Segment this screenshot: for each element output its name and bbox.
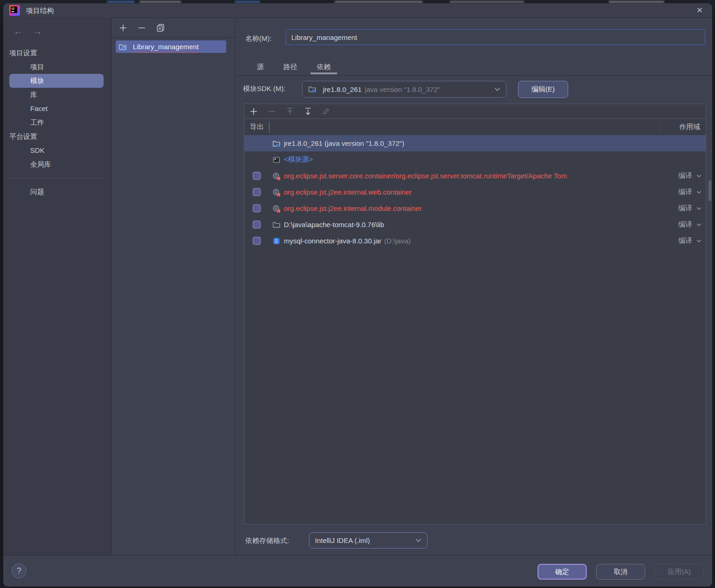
broken-library-icon [272, 188, 281, 196]
sdk-version: java version "1.8.0_372" [365, 85, 440, 93]
tab-sources[interactable]: 源 [257, 59, 264, 75]
tab-paths[interactable]: 路径 [283, 59, 297, 75]
scope-select[interactable]: 编译 [661, 171, 706, 180]
cancel-button[interactable]: 取消 [596, 564, 645, 580]
dependency-row-module-source[interactable]: <模块源> [244, 151, 706, 168]
scope-select[interactable]: 编译 [661, 188, 706, 196]
sidebar-list: 项目设置 项目 模块 库 Facet 工件 平台设置 SDK 全局库 问题 [3, 46, 111, 199]
sidebar-item-global-libraries[interactable]: 全局库 [3, 157, 111, 171]
modules-panel: Library_management [112, 19, 236, 555]
jdk-icon [308, 85, 316, 93]
sidebar-item-facets[interactable]: Facet [3, 102, 111, 116]
export-checkbox[interactable] [253, 172, 261, 180]
forward-icon[interactable]: → [33, 26, 42, 37]
scope-select[interactable]: 编译 [661, 220, 706, 229]
background-tab-fragment [139, 1, 181, 3]
background-tab-fragment [107, 1, 135, 3]
background-tab-fragment [235, 1, 260, 3]
edit-dependency-icon[interactable] [321, 107, 331, 116]
dependency-row-jar[interactable]: mysql-connector-java-8.0.30.jar(D:\java)… [244, 233, 706, 249]
module-editor: 名称(M): 源 路径 依赖 模块SDK (M): jre1.8.0_261 j… [236, 19, 712, 555]
dependency-row-library[interactable]: org.eclipse.jst.server.core.container/or… [244, 168, 706, 184]
export-checkbox[interactable] [253, 221, 261, 229]
sidebar-item-project[interactable]: 项目 [3, 60, 111, 74]
chevron-down-icon [696, 190, 702, 194]
remove-module-icon[interactable] [137, 23, 146, 33]
tab-dependencies[interactable]: 依赖 [317, 59, 331, 75]
chevron-down-icon [696, 207, 702, 210]
chevron-down-icon [696, 174, 702, 178]
ok-button[interactable]: 确定 [538, 564, 587, 580]
module-source-icon [272, 156, 281, 164]
copy-module-icon[interactable] [156, 23, 165, 33]
sidebar-item-modules[interactable]: 模块 [9, 74, 104, 88]
add-module-icon[interactable] [118, 23, 128, 33]
chevron-down-icon [415, 538, 421, 542]
chevron-down-icon [494, 87, 500, 91]
jar-location: (D:\java) [384, 237, 411, 245]
dependency-row-library[interactable]: org.eclipse.jst.j2ee.internal.module.con… [244, 200, 706, 216]
storage-format-select[interactable]: IntelliJ IDEA (.iml) [309, 532, 427, 549]
sidebar-section-project-settings: 项目设置 [3, 46, 111, 60]
dependency-row-library[interactable]: org.eclipse.jst.j2ee.internal.web.contai… [244, 184, 706, 200]
modules-toolbar [112, 19, 235, 38]
chevron-down-icon [696, 223, 702, 227]
sidebar-divider [8, 178, 106, 178]
folder-icon [272, 221, 281, 229]
sidebar-item-problems[interactable]: 问题 [3, 185, 111, 199]
scope-select[interactable]: 编译 [661, 236, 706, 245]
column-divider [269, 121, 269, 133]
column-header-export: 导出 [244, 123, 264, 131]
editor-tabs: 源 路径 依赖 [236, 59, 712, 76]
name-label: 名称(M): [245, 33, 272, 44]
close-icon[interactable]: ✕ [696, 3, 703, 18]
jar-icon [272, 237, 281, 245]
module-tree-item[interactable]: Library_management [116, 40, 226, 53]
dependency-row-folder[interactable]: D:\java\apache-tomcat-9.0.76\lib 编译 [244, 216, 706, 233]
sidebar-item-artifacts[interactable]: 工件 [3, 116, 111, 130]
module-sdk-select[interactable]: jre1.8.0_261 java version "1.8.0_372" [302, 81, 506, 98]
module-sdk-label: 模块SDK (M): [243, 84, 286, 94]
background-tab-fragment [609, 1, 664, 3]
export-checkbox[interactable] [253, 188, 261, 196]
module-name-input[interactable] [286, 29, 705, 45]
sidebar-section-platform-settings: 平台设置 [3, 130, 111, 144]
help-button[interactable]: ? [12, 563, 26, 578]
back-icon[interactable]: ← [13, 26, 23, 37]
dialog-footer: ? 确定 取消 应用(A) [3, 555, 712, 587]
module-folder-icon [118, 43, 127, 51]
project-structure-dialog: IJ 项目结构 ✕ ← → 项目设置 项目 模块 库 Facet 工件 平台设置… [3, 3, 712, 587]
move-up-icon[interactable] [285, 107, 295, 116]
export-checkbox[interactable] [253, 237, 261, 245]
broken-library-icon [272, 204, 281, 213]
add-dependency-icon[interactable] [249, 107, 258, 116]
sidebar-item-sdks[interactable]: SDK [3, 144, 111, 157]
edit-sdk-button[interactable]: 编辑(E) [518, 81, 568, 98]
sdk-name: jre1.8.0_261 [323, 85, 361, 93]
storage-format-label: 依赖存储格式: [245, 536, 289, 546]
column-header-scope: 作用域 [679, 123, 706, 131]
sidebar-item-libraries[interactable]: 库 [3, 88, 111, 102]
module-tree-label: Library_management [133, 43, 199, 51]
dependencies-header: 导出 作用域 [244, 119, 706, 135]
move-down-icon[interactable] [303, 107, 313, 116]
history-nav: ← → [13, 26, 42, 37]
settings-sidebar: ← → 项目设置 项目 模块 库 Facet 工件 平台设置 SDK 全局库 问… [3, 19, 112, 555]
dialog-titlebar: IJ 项目结构 ✕ [3, 3, 712, 18]
dependencies-toolbar [244, 104, 706, 119]
chevron-down-icon [696, 239, 702, 243]
dialog-title: 项目结构 [26, 3, 54, 18]
background-tab-fragment [335, 1, 423, 3]
background-ide-strip [0, 0, 715, 3]
screen: IJ 项目结构 ✕ ← → 项目设置 项目 模块 库 Facet 工件 平台设置… [0, 0, 715, 588]
export-checkbox[interactable] [253, 204, 261, 212]
vertical-scrollbar-thumb[interactable] [708, 180, 711, 201]
apply-button[interactable]: 应用(A) [655, 564, 704, 580]
background-tab-fragment [450, 1, 524, 3]
broken-library-icon [272, 172, 281, 180]
remove-dependency-icon[interactable] [267, 107, 276, 116]
dependency-row-jdk[interactable]: jre1.8.0_261 (java version "1.8.0_372") [244, 135, 706, 151]
scope-select[interactable]: 编译 [661, 204, 706, 213]
intellij-logo-icon: IJ [9, 5, 20, 16]
jdk-icon [272, 139, 281, 148]
